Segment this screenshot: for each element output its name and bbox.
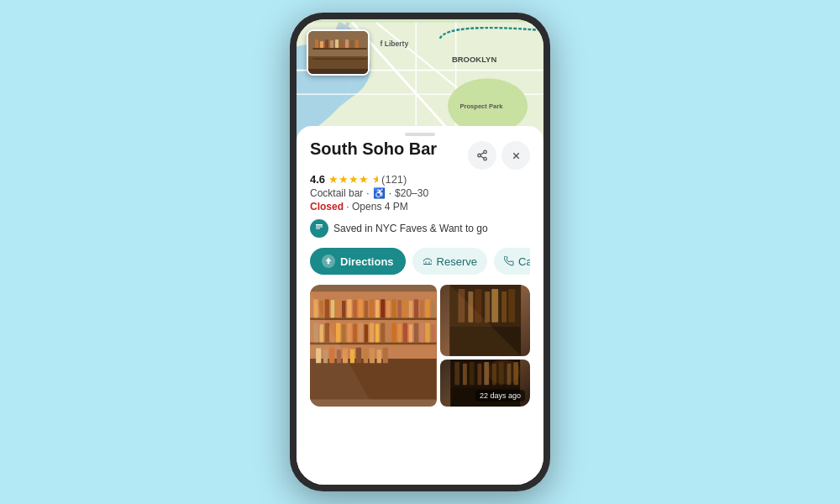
svg-rect-21 bbox=[335, 39, 339, 48]
svg-point-28 bbox=[478, 154, 481, 157]
phone-frame: f Liberty BROOKLYN Prospect Park bbox=[290, 13, 550, 491]
share-button[interactable] bbox=[468, 141, 496, 170]
svg-rect-79 bbox=[409, 324, 412, 342]
svg-rect-44 bbox=[342, 301, 345, 318]
saved-text: Saved in NYC Faves & Want to go bbox=[333, 223, 488, 234]
svg-rect-42 bbox=[331, 300, 334, 318]
photo-grid[interactable]: 22 days ago bbox=[310, 285, 530, 407]
svg-rect-18 bbox=[320, 41, 323, 48]
directions-button[interactable]: Directions bbox=[310, 248, 406, 275]
svg-rect-92 bbox=[364, 349, 368, 363]
svg-line-31 bbox=[480, 153, 484, 155]
svg-rect-56 bbox=[409, 301, 412, 318]
svg-rect-94 bbox=[377, 349, 381, 363]
svg-rect-16 bbox=[312, 58, 367, 60]
svg-text:Prospect Park: Prospect Park bbox=[459, 102, 503, 110]
svg-rect-48 bbox=[365, 301, 368, 318]
svg-point-29 bbox=[484, 157, 487, 160]
svg-rect-52 bbox=[386, 301, 390, 318]
svg-rect-60 bbox=[431, 301, 434, 318]
svg-rect-15 bbox=[312, 48, 367, 50]
phone-screen: f Liberty BROOKLYN Prospect Park bbox=[297, 19, 543, 485]
svg-rect-59 bbox=[425, 299, 429, 318]
call-button[interactable]: Call bbox=[494, 248, 530, 275]
svg-text:BROOKLYN: BROOKLYN bbox=[452, 55, 496, 64]
svg-rect-68 bbox=[347, 323, 351, 342]
svg-rect-41 bbox=[325, 299, 329, 318]
reserve-button[interactable]: Reserve bbox=[412, 248, 487, 275]
svg-rect-102 bbox=[491, 289, 498, 323]
dot-separator: · bbox=[366, 187, 369, 199]
svg-rect-111 bbox=[477, 363, 481, 384]
svg-rect-24 bbox=[350, 40, 354, 48]
stars-display: ★★★★ bbox=[328, 173, 369, 186]
svg-rect-58 bbox=[420, 300, 423, 318]
svg-rect-17 bbox=[315, 39, 318, 48]
svg-rect-43 bbox=[336, 299, 340, 318]
svg-rect-90 bbox=[350, 349, 354, 363]
svg-rect-49 bbox=[370, 299, 374, 318]
map-area[interactable]: f Liberty BROOKLYN Prospect Park bbox=[297, 19, 543, 141]
svg-rect-38 bbox=[310, 318, 437, 320]
bottom-sheet: South Soho Bar bbox=[297, 126, 543, 485]
category-text: Cocktail bar bbox=[310, 187, 363, 199]
svg-rect-50 bbox=[375, 300, 379, 318]
svg-rect-109 bbox=[463, 363, 467, 384]
svg-rect-83 bbox=[431, 324, 434, 342]
svg-rect-110 bbox=[469, 362, 474, 385]
svg-rect-93 bbox=[370, 349, 375, 364]
svg-rect-80 bbox=[414, 323, 418, 342]
drag-handle bbox=[405, 133, 435, 136]
svg-rect-47 bbox=[359, 299, 363, 318]
svg-rect-19 bbox=[325, 39, 328, 48]
call-label: Call bbox=[518, 255, 530, 268]
svg-rect-74 bbox=[381, 323, 385, 342]
svg-rect-53 bbox=[391, 299, 396, 318]
header-row: South Soho Bar bbox=[310, 139, 530, 170]
photo-bar-top[interactable] bbox=[440, 285, 531, 356]
svg-rect-23 bbox=[345, 39, 349, 48]
svg-line-30 bbox=[480, 156, 484, 158]
saved-icon bbox=[310, 219, 328, 238]
photo-bar-main[interactable] bbox=[310, 285, 437, 407]
status-opens: · Opens 4 PM bbox=[346, 201, 407, 213]
place-title: South Soho Bar bbox=[310, 139, 468, 159]
info-row: Cocktail bar · ♿ · $20–30 bbox=[310, 187, 530, 199]
svg-rect-54 bbox=[397, 300, 401, 318]
svg-rect-72 bbox=[370, 323, 374, 342]
svg-rect-46 bbox=[353, 300, 356, 318]
svg-rect-57 bbox=[414, 299, 418, 318]
rating-row: 4.6 ★★★★★ (121) bbox=[310, 173, 530, 186]
svg-rect-45 bbox=[347, 299, 351, 318]
status-row: Closed · Opens 4 PM bbox=[310, 201, 530, 213]
map-thumbnail[interactable] bbox=[307, 29, 370, 76]
svg-rect-70 bbox=[359, 323, 363, 342]
reserve-label: Reserve bbox=[437, 255, 477, 268]
directions-icon bbox=[322, 255, 335, 268]
svg-rect-26 bbox=[308, 69, 370, 76]
svg-rect-95 bbox=[383, 348, 388, 364]
svg-rect-81 bbox=[420, 323, 423, 342]
svg-rect-75 bbox=[386, 324, 390, 342]
rating-number: 4.6 bbox=[310, 173, 325, 186]
photo-right-col: 22 days ago bbox=[440, 285, 531, 407]
svg-rect-77 bbox=[397, 323, 401, 342]
svg-rect-66 bbox=[336, 323, 340, 342]
svg-rect-82 bbox=[425, 323, 429, 342]
svg-rect-76 bbox=[391, 323, 396, 342]
svg-rect-78 bbox=[403, 323, 407, 342]
photo-bar-bottom[interactable]: 22 days ago bbox=[440, 360, 531, 407]
action-buttons: Directions Reserve Call bbox=[310, 248, 530, 275]
svg-rect-103 bbox=[501, 291, 507, 323]
svg-rect-71 bbox=[365, 324, 368, 342]
svg-rect-25 bbox=[355, 39, 359, 48]
svg-rect-55 bbox=[403, 299, 407, 318]
svg-rect-20 bbox=[330, 40, 333, 48]
svg-rect-22 bbox=[340, 41, 344, 48]
icon-buttons bbox=[468, 141, 530, 170]
dot-separator-2: · bbox=[389, 187, 391, 199]
svg-text:f Liberty: f Liberty bbox=[381, 39, 409, 48]
svg-rect-91 bbox=[356, 348, 361, 364]
close-button[interactable] bbox=[501, 141, 530, 170]
svg-rect-51 bbox=[381, 299, 385, 318]
